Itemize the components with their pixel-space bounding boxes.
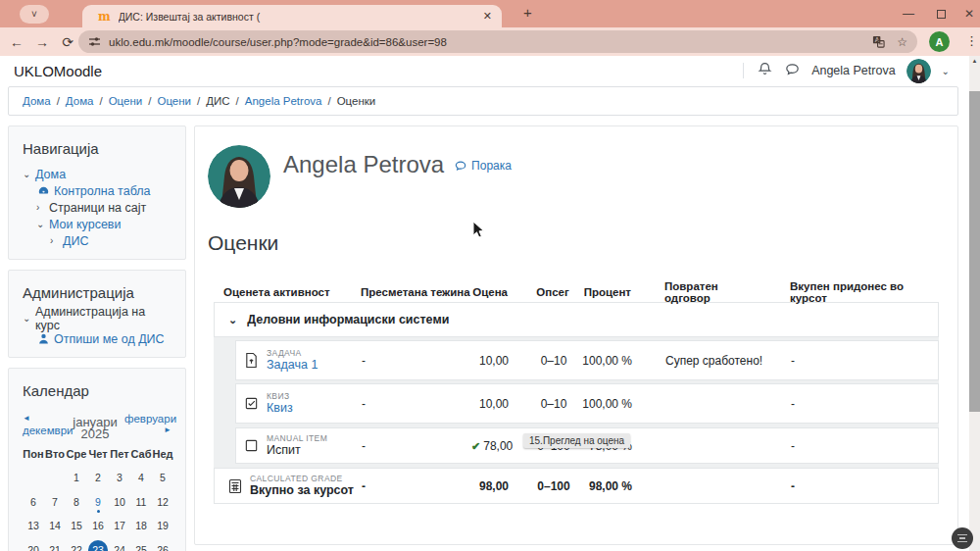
sidebar-item-label[interactable]: Мои курсеви <box>49 218 121 231</box>
assignment-icon <box>244 352 259 369</box>
calendar-next-month[interactable]: февруари ► <box>124 413 172 440</box>
calendar-day[interactable]: 15 <box>66 514 87 538</box>
user-menu-name[interactable]: Angela Petrova <box>811 64 895 77</box>
calendar-day[interactable]: 22 <box>66 538 87 551</box>
page-scrollbar[interactable]: ▲ <box>969 56 980 551</box>
notifications-bell-icon[interactable] <box>757 61 773 81</box>
back-button[interactable]: ← <box>4 34 29 50</box>
next-month-label[interactable]: февруари <box>124 413 176 425</box>
calendar-prev-month[interactable]: ◄ декември <box>23 413 66 440</box>
bookmark-star-icon[interactable]: ☆ <box>897 35 907 49</box>
new-tab-button[interactable]: + <box>523 4 532 21</box>
url-text: uklo.edu.mk/moodle/course/user.php?mode=… <box>109 36 860 48</box>
calendar-block: Календар ◄ декември јануари 2025 февруар… <box>8 368 186 551</box>
calendar-day[interactable]: 7 <box>44 490 66 515</box>
tab-search-button[interactable]: ˅ <box>20 5 49 24</box>
person-icon <box>36 332 51 345</box>
screen-capture-badge-icon[interactable] <box>952 527 973 549</box>
calendar-day[interactable]: 5 <box>152 466 173 490</box>
user-menu-caret-icon[interactable]: ⌄ <box>942 66 950 76</box>
calendar-day[interactable]: 14 <box>44 514 66 538</box>
scrollbar-up-arrow-icon[interactable]: ▲ <box>969 58 980 64</box>
calendar-day[interactable]: 10 <box>109 490 130 515</box>
quiz-icon <box>244 396 259 411</box>
scrollbar-thumb[interactable] <box>969 91 980 412</box>
tab-close-icon[interactable]: ✕ <box>483 10 492 23</box>
calendar-day[interactable]: 13 <box>23 514 44 538</box>
feedback-cell: Супер сработено! <box>638 354 765 368</box>
browser-tab-strip: ˅ m ДИС: Извештај за активност ( ✕ + — ✕ <box>0 0 980 27</box>
calendar-day-today[interactable]: 23 <box>87 538 109 551</box>
messages-icon[interactable] <box>784 61 801 81</box>
range-cell: 0–10 <box>514 354 574 368</box>
calendar-day[interactable]: 26 <box>152 538 173 551</box>
calculator-icon <box>228 478 242 494</box>
calendar-day[interactable]: 11 <box>130 490 152 515</box>
sidebar-item-course-administration[interactable]: ⌄ Администрација на курс <box>23 310 172 326</box>
calendar-day[interactable]: 2 <box>87 466 109 490</box>
translate-icon[interactable]: A <box>872 35 885 48</box>
window-maximize-button[interactable] <box>926 0 956 27</box>
sidebar-item-label[interactable]: Контролна табла <box>54 184 151 198</box>
browser-tab[interactable]: m ДИС: Извештај за активност ( ✕ <box>82 5 502 27</box>
site-brand[interactable]: UKLOMoodle <box>14 63 102 79</box>
sidebar-item-label[interactable]: Дома <box>35 168 66 181</box>
forward-button[interactable]: → <box>29 34 55 50</box>
breadcrumb-home[interactable]: Дома <box>23 95 51 107</box>
site-info-icon[interactable] <box>88 35 101 48</box>
calendar-day[interactable]: 17 <box>109 514 130 538</box>
chevron-down-icon[interactable]: ⌄ <box>36 219 49 229</box>
chevron-right-icon[interactable]: › <box>50 235 63 246</box>
calendar-day[interactable]: 6 <box>23 490 44 515</box>
window-minimize-button[interactable]: — <box>894 0 923 27</box>
sidebar-item-my-courses[interactable]: ⌄ Мои курсеви <box>23 216 172 232</box>
chevron-right-icon[interactable]: › <box>36 202 49 213</box>
breadcrumb-grades[interactable]: Оцени <box>109 95 143 107</box>
sidebar-item-label[interactable]: Администрација на курс <box>35 305 172 332</box>
breadcrumb-course: ДИС <box>206 95 229 107</box>
sidebar-item-dis[interactable]: › ДИС <box>23 232 172 249</box>
calendar-day-with-event[interactable]: 9 <box>87 490 109 515</box>
navigation-block: Навигација ⌄ Дома Контролна табла › Стра… <box>8 125 186 260</box>
calendar-day[interactable]: 1 <box>66 466 87 490</box>
user-avatar[interactable] <box>906 59 931 83</box>
reload-button[interactable]: ⟳ <box>55 34 80 50</box>
category-name[interactable]: Деловни информациски системи <box>247 313 449 326</box>
message-label[interactable]: Порака <box>471 159 512 173</box>
breadcrumb-home2[interactable]: Дома <box>66 95 94 107</box>
calendar-day[interactable]: 25 <box>130 538 152 551</box>
sidebar-item-label[interactable]: Страници на сајт <box>49 201 146 215</box>
administration-title: Администрација <box>23 284 172 301</box>
calendar-day[interactable]: 4 <box>130 466 152 490</box>
breadcrumb-grades2[interactable]: Оцени <box>157 95 191 107</box>
calendar-day[interactable]: 24 <box>109 538 130 551</box>
calendar-day[interactable]: 21 <box>44 538 66 551</box>
message-link[interactable]: Порака <box>454 159 512 173</box>
browser-profile-avatar[interactable]: A <box>929 31 950 52</box>
collapse-caret-icon[interactable]: ⌄ <box>228 314 237 326</box>
sidebar-item-dashboard[interactable]: Контролна табла <box>23 182 172 199</box>
calendar-day[interactable]: 20 <box>23 538 44 551</box>
calendar-day[interactable]: 18 <box>130 514 152 538</box>
grade-cell: ✔78,00 <box>471 439 514 453</box>
calendar-day[interactable]: 19 <box>152 514 173 538</box>
category-row[interactable]: ⌄ Деловни информациски системи <box>214 302 939 337</box>
sidebar-item-label[interactable]: ДИС <box>63 234 88 248</box>
calendar-day[interactable]: 3 <box>109 466 130 490</box>
calendar-day[interactable]: 12 <box>152 490 173 515</box>
browser-menu-icon[interactable]: ⋮ <box>965 33 978 48</box>
window-close-button[interactable]: ✕ <box>958 0 980 27</box>
table-row-quiz: КВИЗ Квиз - 10,00 0–10 100,00 % - <box>235 383 939 424</box>
sidebar-item-home[interactable]: ⌄ Дома <box>23 166 172 182</box>
item-link[interactable]: Задача 1 <box>267 358 318 373</box>
calendar-day[interactable]: 16 <box>87 514 109 538</box>
chevron-down-icon[interactable]: ⌄ <box>23 313 35 324</box>
sidebar-item-unenrol[interactable]: Отпиши ме од ДИС <box>23 330 172 347</box>
chevron-down-icon[interactable]: ⌄ <box>23 169 35 179</box>
item-link[interactable]: Квиз <box>267 401 293 416</box>
sidebar-item-site-pages[interactable]: › Страници на сајт <box>23 199 172 216</box>
calendar-day[interactable]: 8 <box>66 490 87 515</box>
sidebar-item-label[interactable]: Отпиши ме од ДИС <box>54 332 165 346</box>
address-bar[interactable]: uklo.edu.mk/moodle/course/user.php?mode=… <box>78 30 917 53</box>
breadcrumb-user[interactable]: Angela Petrova <box>245 95 322 107</box>
